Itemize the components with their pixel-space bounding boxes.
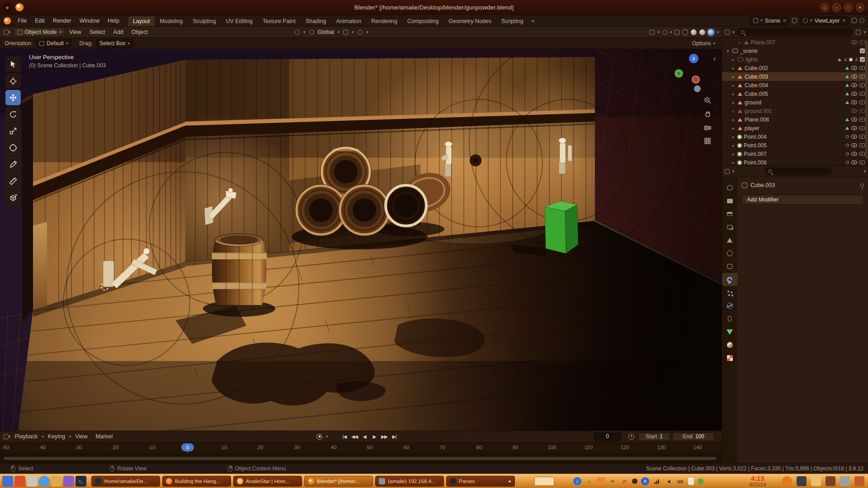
tab-constraints[interactable] xyxy=(722,312,737,325)
browser-launcher-icon[interactable] xyxy=(14,476,25,487)
bluetooth-tray-icon[interactable]: B xyxy=(641,477,649,485)
info-tray-icon[interactable]: i xyxy=(573,477,581,485)
disable-render-icon[interactable] xyxy=(859,117,865,122)
printer-icon[interactable] xyxy=(797,476,807,486)
play-reverse-button[interactable]: ◀ xyxy=(360,434,369,439)
expand-icon[interactable]: ▸ xyxy=(731,57,736,62)
tab-object[interactable] xyxy=(722,260,737,273)
minimize-button[interactable]: – xyxy=(832,3,841,12)
taskbar-window-browser1[interactable]: Building the Hang... xyxy=(162,476,231,487)
disable-render-icon[interactable] xyxy=(859,92,865,96)
menu-help[interactable]: Help xyxy=(104,18,123,24)
window-titlebar[interactable]: ◆ Blender* [/home/amalie/Desktop/blender… xyxy=(0,0,868,15)
timeline-scrollbar[interactable] xyxy=(4,457,716,460)
maximize-button[interactable]: □ xyxy=(844,3,853,12)
hide-viewport-icon[interactable] xyxy=(851,117,857,122)
disable-render-icon[interactable] xyxy=(859,135,865,139)
timeline-editor-icon[interactable] xyxy=(4,434,9,439)
tab-material[interactable] xyxy=(722,338,737,352)
hide-viewport-icon[interactable] xyxy=(851,160,857,164)
outliner-row-light[interactable]: ▸ Point.005 xyxy=(722,141,868,150)
network-tray-icon[interactable] xyxy=(653,477,661,485)
folder-tray-icon[interactable] xyxy=(811,476,821,486)
expand-icon[interactable]: ▸ xyxy=(731,83,736,88)
tab-texture[interactable] xyxy=(722,352,737,365)
blender-menu-icon[interactable] xyxy=(4,17,11,24)
end-frame-field[interactable]: End100 xyxy=(673,432,714,441)
outliner-search[interactable] xyxy=(737,28,854,36)
jump-to-end-button[interactable]: ▶| xyxy=(390,434,399,439)
tab-shading[interactable]: Shading xyxy=(301,16,331,26)
notifications-icon[interactable] xyxy=(782,476,792,486)
shading-rendered-icon[interactable] xyxy=(708,29,714,35)
hide-viewport-icon[interactable] xyxy=(851,83,857,87)
outliner-row[interactable]: ▸ player xyxy=(722,124,868,132)
media-launcher-icon[interactable] xyxy=(63,476,74,487)
playhead[interactable]: 0 xyxy=(181,443,194,451)
clock[interactable]: 4:15 6/22/24 xyxy=(741,475,775,487)
restore-button[interactable]: ◇ xyxy=(821,3,829,12)
transform-pivot-icon[interactable] xyxy=(295,30,300,35)
rotate-tool[interactable] xyxy=(5,107,21,122)
viewport-canvas[interactable] xyxy=(0,49,722,431)
menu-render[interactable]: Render xyxy=(49,18,75,24)
options-dropdown[interactable]: Options▾ xyxy=(692,40,715,47)
close-button[interactable]: ✕ xyxy=(856,3,864,12)
ortho-grid-icon[interactable] xyxy=(702,135,713,147)
timeline-track[interactable] xyxy=(0,453,722,464)
disable-render-icon[interactable] xyxy=(859,75,865,79)
files-launcher-icon[interactable] xyxy=(27,476,38,487)
hide-viewport-icon[interactable] xyxy=(851,152,857,156)
properties-search-input[interactable] xyxy=(774,169,829,174)
select-box-tool[interactable] xyxy=(5,56,21,72)
new-scene-button[interactable] xyxy=(792,18,797,23)
settings-tray-icon[interactable] xyxy=(854,476,864,486)
expand-icon[interactable]: ▸ xyxy=(731,117,736,122)
cursor-tool[interactable] xyxy=(5,73,21,89)
expand-icon[interactable]: ▸ xyxy=(731,92,736,96)
snap-magnet-icon[interactable] xyxy=(343,30,348,35)
hide-viewport-icon[interactable] xyxy=(851,135,857,139)
menu-view[interactable]: View xyxy=(65,29,85,35)
disable-render-icon[interactable] xyxy=(859,109,865,113)
jump-to-start-button[interactable]: |◀ xyxy=(340,434,349,439)
package-icon[interactable] xyxy=(826,476,835,486)
show-overlays-icon[interactable] xyxy=(662,30,667,35)
color-tray-icon[interactable] xyxy=(597,477,605,485)
outliner-row-light[interactable]: ▸ Point.008 xyxy=(722,158,868,166)
clipboard-tray-icon[interactable] xyxy=(688,478,694,485)
expand-icon[interactable]: ▸ xyxy=(731,66,736,70)
tab-physics[interactable] xyxy=(722,299,737,312)
transform-tool[interactable] xyxy=(5,140,21,155)
tab-object-data[interactable] xyxy=(722,325,737,338)
disable-render-icon[interactable] xyxy=(859,152,865,156)
orientation-value[interactable]: Global xyxy=(318,29,334,35)
axis-negative-ball[interactable] xyxy=(694,85,701,92)
expand-icon[interactable]: ▸ xyxy=(731,109,736,113)
expand-icon[interactable]: ▸ xyxy=(731,75,736,79)
tab-view-layer[interactable] xyxy=(722,221,737,234)
tab-modifiers[interactable] xyxy=(722,273,737,286)
screenshot-tray-icon[interactable]: ✂ xyxy=(609,477,617,485)
outliner-scrollbar[interactable] xyxy=(865,40,868,159)
menu-window[interactable]: Window xyxy=(75,18,104,24)
chromium-launcher-icon[interactable] xyxy=(39,476,50,487)
menu-file[interactable]: File xyxy=(14,18,31,24)
add-cube-tool[interactable] xyxy=(5,190,21,206)
disable-render-icon[interactable] xyxy=(859,126,865,130)
camera-view-icon[interactable] xyxy=(702,122,713,133)
disable-render-icon[interactable] xyxy=(859,143,865,147)
collection-checkbox[interactable] xyxy=(860,48,865,53)
hide-viewport-icon[interactable] xyxy=(851,109,857,113)
scale-tool[interactable] xyxy=(5,123,21,139)
tab-uv-editing[interactable]: UV Editing xyxy=(221,16,258,26)
disable-render-icon[interactable] xyxy=(859,40,865,44)
menu-marker[interactable]: Marker xyxy=(91,433,117,440)
taskbar-window-blender[interactable]: Blender* [/home/... xyxy=(304,476,373,487)
media-tray-icon[interactable]: ♪ xyxy=(585,477,593,485)
tab-world[interactable] xyxy=(722,247,737,260)
editor-type-icon[interactable] xyxy=(4,30,9,35)
tab-modeling[interactable]: Modeling xyxy=(155,16,188,26)
zoom-icon[interactable] xyxy=(702,94,713,106)
tab-output[interactable] xyxy=(722,207,737,221)
